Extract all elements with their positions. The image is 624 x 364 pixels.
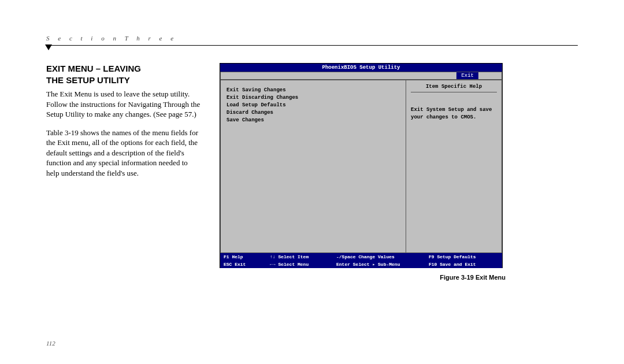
bios-option: Exit Discarding Changes (226, 95, 400, 101)
page-rule (46, 45, 578, 46)
text-column: EXIT MENU – LEAVING THE SETUP UTILITY Th… (46, 63, 202, 186)
bios-main-pane: Exit Saving Changes Exit Discarding Chan… (221, 80, 406, 252)
main-heading: EXIT MENU – LEAVING THE SETUP UTILITY (46, 63, 202, 86)
paragraph-2: Table 3-19 shows the names of the menu f… (46, 128, 202, 179)
footer-key: F9 Setup Defaults (429, 254, 499, 259)
bios-footer-row1: F1 Help ↑↓ Select Item -/Space Change Va… (220, 253, 502, 261)
footer-key: ←→ Select Menu (270, 262, 336, 267)
bios-help-pane: Item Specific Help Exit System Setup and… (406, 80, 502, 252)
heading-line-1: EXIT MENU – LEAVING (46, 64, 141, 73)
paragraph-1: The Exit Menu is used to leave the setup… (46, 89, 202, 120)
footer-key: Enter Select ▸ Sub-Menu (336, 262, 429, 267)
bios-option: Load Setup Defaults (226, 102, 400, 108)
bios-option: Discard Changes (226, 110, 400, 116)
footer-key: F10 Save and Exit (429, 262, 499, 267)
section-header: S e c t i o n T h r e e (46, 35, 578, 42)
bios-screenshot: PhoenixBIOS Setup Utility Exit Exit Savi… (220, 63, 503, 268)
bios-footer-row2: ESC Exit ←→ Select Menu Enter Select ▸ S… (220, 261, 502, 268)
bios-tab-row: Exit (220, 72, 502, 80)
page-number: 112 (46, 340, 55, 347)
figure-caption: Figure 3-19 Exit Menu (220, 274, 506, 281)
bios-body: Exit Saving Changes Exit Discarding Chan… (220, 80, 502, 253)
help-title: Item Specific Help (411, 84, 497, 92)
marker-triangle-icon (45, 44, 52, 50)
bios-option: Save Changes (226, 117, 400, 123)
footer-key: F1 Help (224, 254, 270, 259)
bios-title: PhoenixBIOS Setup Utility (220, 64, 502, 72)
figure-column: PhoenixBIOS Setup Utility Exit Exit Savi… (220, 63, 506, 281)
bios-active-tab: Exit (456, 72, 478, 79)
bios-option: Exit Saving Changes (226, 87, 400, 93)
footer-key: ESC Exit (224, 262, 270, 267)
footer-key: ↑↓ Select Item (270, 254, 336, 259)
help-body: Exit System Setup and save your changes … (411, 92, 497, 121)
svg-marker-0 (45, 44, 52, 50)
heading-line-2: THE SETUP UTILITY (46, 75, 130, 85)
footer-key: -/Space Change Values (336, 254, 429, 259)
